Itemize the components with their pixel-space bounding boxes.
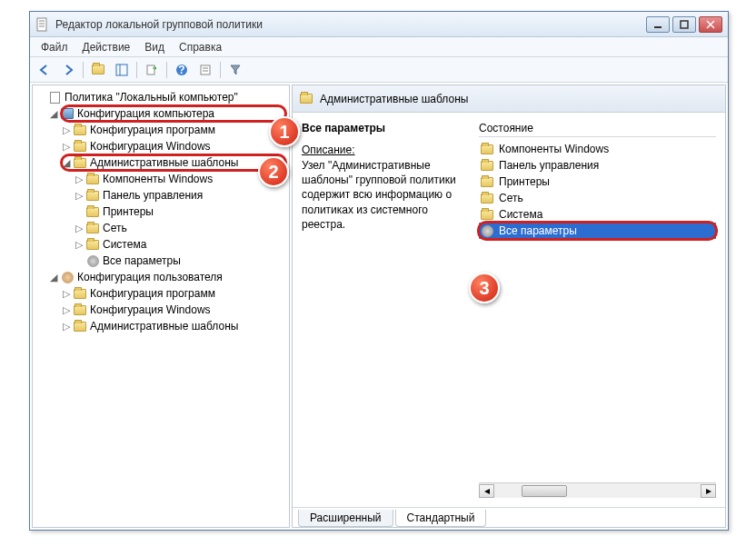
annotation-marker-1: 1 — [269, 116, 300, 147]
menu-help[interactable]: Справка — [172, 39, 229, 55]
properties-button[interactable] — [194, 60, 216, 80]
folder-icon — [85, 222, 100, 234]
detail-pane: Административные шаблоны Все параметры О… — [292, 84, 726, 528]
tree-control-panel[interactable]: ▷Панель управления — [33, 187, 289, 204]
menu-view[interactable]: Вид — [137, 39, 172, 55]
tree-system[interactable]: ▷Система — [33, 236, 289, 253]
tree-root[interactable]: Политика "Локальный компьютер" — [33, 89, 289, 105]
user-icon — [60, 271, 75, 283]
list-item-all-params[interactable]: Все параметры — [479, 223, 716, 239]
expand-icon[interactable]: ▷ — [60, 124, 73, 136]
folder-icon — [73, 140, 87, 153]
svg-rect-8 — [116, 65, 127, 75]
expand-icon[interactable]: ▷ — [60, 321, 73, 333]
tab-standard[interactable]: Стандартный — [395, 510, 487, 527]
expand-icon[interactable]: ▷ — [73, 174, 85, 185]
svg-rect-13 — [201, 65, 210, 74]
minimize-button[interactable] — [646, 16, 670, 33]
expand-icon[interactable]: ▷ — [60, 141, 73, 153]
scroll-left-button[interactable]: ◂ — [479, 484, 494, 498]
expand-icon[interactable]: ▷ — [73, 190, 85, 202]
tree-admin-templates[interactable]: ◢Административные шаблоны — [33, 154, 289, 171]
collapse-icon[interactable]: ◢ — [47, 272, 60, 283]
folder-icon — [300, 94, 313, 104]
detail-tabs: Расширенный Стандартный — [293, 507, 725, 527]
list-item-system[interactable]: Система — [479, 206, 716, 223]
tree-pane[interactable]: Политика "Локальный компьютер" ◢Конфигур… — [32, 84, 290, 528]
gear-icon — [85, 254, 100, 267]
expand-icon[interactable]: ▷ — [73, 223, 85, 234]
maximize-button[interactable] — [672, 16, 696, 33]
export-button[interactable] — [141, 60, 163, 80]
tab-extended[interactable]: Расширенный — [298, 510, 393, 527]
detail-title: Административные шаблоны — [320, 93, 468, 105]
folder-icon — [85, 238, 100, 251]
tree-admin-templates-user[interactable]: ▷Административные шаблоны — [33, 318, 289, 334]
folder-icon — [481, 144, 493, 154]
window-frame: Редактор локальной групповой политики Фа… — [29, 11, 729, 531]
close-button[interactable] — [699, 16, 722, 33]
annotation-marker-2: 2 — [258, 156, 289, 187]
column-header-state[interactable]: Состояние — [479, 122, 716, 137]
doc-icon — [47, 91, 62, 104]
folder-icon — [73, 124, 87, 136]
tree-printers[interactable]: Принтеры — [33, 204, 289, 220]
help-button[interactable]: ? — [171, 60, 193, 80]
window-title: Редактор локальной групповой политики — [55, 18, 646, 31]
tree-components-windows[interactable]: ▷Компоненты Windows — [33, 171, 289, 187]
folder-icon — [481, 177, 493, 187]
menubar: Файл Действие Вид Справка — [30, 37, 728, 57]
computer-icon — [60, 107, 75, 120]
annotation-marker-3: 3 — [469, 273, 500, 303]
filter-button[interactable] — [224, 60, 246, 80]
svg-rect-10 — [147, 65, 154, 74]
app-icon — [35, 17, 50, 32]
list-item-control-panel[interactable]: Панель управления — [479, 157, 716, 174]
gear-icon — [482, 225, 493, 237]
folder-icon — [85, 173, 100, 185]
tree-network[interactable]: ▷Сеть — [33, 220, 289, 236]
expand-icon[interactable]: ▷ — [60, 288, 73, 300]
up-folder-button[interactable] — [87, 60, 109, 80]
folder-icon — [481, 210, 493, 220]
detail-heading: Все параметры — [302, 122, 468, 134]
folder-icon — [85, 189, 100, 202]
svg-rect-0 — [37, 18, 46, 31]
detail-header: Административные шаблоны — [293, 85, 725, 113]
tree-program-config-user[interactable]: ▷Конфигурация программ — [33, 285, 289, 302]
forward-button[interactable] — [57, 60, 79, 80]
collapse-icon[interactable]: ◢ — [47, 108, 60, 120]
expand-icon[interactable]: ▷ — [60, 304, 73, 316]
show-tree-button[interactable] — [111, 60, 133, 80]
folder-icon — [73, 287, 87, 300]
tree-computer-config[interactable]: ◢Конфигурация компьютера — [33, 105, 289, 122]
svg-rect-5 — [681, 21, 688, 28]
list-item-components[interactable]: Компоненты Windows — [479, 141, 716, 157]
description-column: Все параметры Описание: Узел "Администра… — [302, 122, 479, 498]
titlebar[interactable]: Редактор локальной групповой политики — [30, 12, 728, 37]
tree-windows-config-user[interactable]: ▷Конфигурация Windows — [33, 302, 289, 318]
scroll-thumb[interactable] — [522, 485, 567, 497]
menu-action[interactable]: Действие — [75, 39, 138, 55]
collapse-icon[interactable]: ◢ — [60, 157, 73, 169]
list-column: Состояние Компоненты Windows Панель упра… — [479, 122, 716, 498]
menu-file[interactable]: Файл — [34, 39, 75, 55]
list-item-network[interactable]: Сеть — [479, 190, 716, 206]
folder-icon — [73, 156, 87, 169]
tree-all-params[interactable]: Все параметры — [33, 253, 289, 269]
scroll-right-button[interactable]: ▸ — [701, 484, 716, 498]
tree-user-config[interactable]: ◢Конфигурация пользователя — [33, 269, 289, 285]
folder-icon — [73, 320, 87, 333]
back-button[interactable] — [34, 60, 55, 80]
tree-windows-config[interactable]: ▷Конфигурация Windows — [33, 138, 289, 154]
toolbar: ? — [30, 57, 728, 83]
folder-icon — [73, 303, 87, 316]
description-label: Описание: — [302, 144, 468, 156]
tree-program-config[interactable]: ▷Конфигурация программ — [33, 122, 289, 138]
expand-icon[interactable]: ▷ — [73, 239, 85, 251]
svg-text:?: ? — [178, 64, 184, 76]
folder-icon — [481, 161, 493, 171]
description-text: Узел "Административные шаблоны" группово… — [302, 158, 468, 232]
list-item-printers[interactable]: Принтеры — [479, 174, 716, 190]
horizontal-scrollbar[interactable]: ◂ ▸ — [479, 482, 716, 498]
